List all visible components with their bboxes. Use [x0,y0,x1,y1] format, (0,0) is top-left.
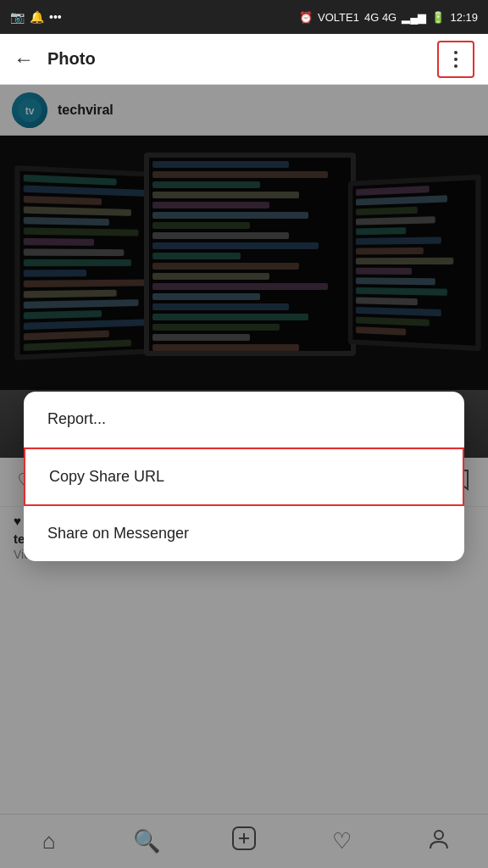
context-menu: Report... Copy Share URL Share on Messen… [24,392,464,561]
status-left: 📷 🔔 ••• [10,10,62,24]
network-label: VOLTE1 [318,11,359,24]
dot1 [454,51,458,54]
status-bar: 📷 🔔 ••• ⏰ VOLTE1 4G 4G ▂▄▆ 🔋 12:19 [0,0,488,34]
page-title: Photo [47,49,96,69]
more-status-icon: ••• [49,10,62,24]
nav-left-group: ← Photo [14,47,96,71]
context-menu-copy-share-url[interactable]: Copy Share URL [24,448,464,506]
more-options-button[interactable] [437,41,474,78]
notification-status-icon: 🔔 [30,10,44,24]
context-menu-overlay[interactable]: Report... Copy Share URL Share on Messen… [0,85,488,868]
top-nav: ← Photo [0,34,488,85]
context-menu-report[interactable]: Report... [24,392,464,448]
signal-icon: ▂▄▆ [402,11,426,24]
clock-icon: ⏰ [299,11,313,24]
network-type: 4G 4G [364,11,396,24]
camera-status-icon: 📷 [10,10,25,24]
time-display: 12:19 [450,11,478,24]
dot2 [454,58,458,61]
status-right: ⏰ VOLTE1 4G 4G ▂▄▆ 🔋 12:19 [299,11,478,24]
battery-icon: 🔋 [431,11,445,24]
context-menu-share-messenger[interactable]: Share on Messenger [24,506,464,561]
dot3 [454,64,458,68]
back-button[interactable]: ← [14,47,34,71]
